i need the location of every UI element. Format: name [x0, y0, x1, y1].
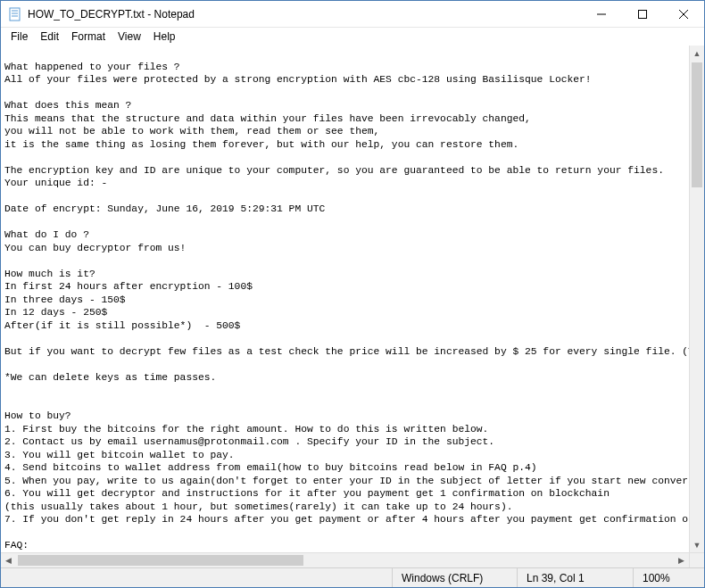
- minimize-button[interactable]: [581, 1, 622, 28]
- menu-file[interactable]: File: [4, 29, 34, 45]
- status-position: Ln 39, Col 1: [517, 568, 633, 587]
- scroll-left-button[interactable]: ◀: [1, 553, 16, 567]
- scrollbar-corner: [689, 553, 704, 567]
- minimize-icon: [597, 10, 606, 19]
- text-editor[interactable]: What happened to your files ? All of you…: [1, 46, 689, 552]
- horizontal-scroll-track[interactable]: [16, 553, 674, 567]
- status-encoding: Windows (CRLF): [392, 568, 517, 587]
- chevron-right-icon: ▶: [678, 556, 684, 565]
- statusbar: Windows (CRLF) Ln 39, Col 1 100%: [1, 567, 704, 587]
- scroll-right-button[interactable]: ▶: [674, 553, 689, 567]
- maximize-icon: [638, 10, 647, 19]
- svg-rect-5: [639, 11, 647, 19]
- window-title: HOW_TO_DECRYPT.txt - Notepad: [28, 8, 581, 21]
- notepad-icon: [8, 7, 22, 21]
- menu-edit[interactable]: Edit: [34, 29, 65, 45]
- status-zoom: 100%: [633, 568, 704, 587]
- menu-format[interactable]: Format: [65, 29, 112, 45]
- close-button[interactable]: [663, 1, 704, 28]
- chevron-down-icon: ▼: [693, 541, 701, 550]
- window-controls: [581, 1, 704, 27]
- content-area: What happened to your files ? All of you…: [1, 46, 704, 552]
- chevron-left-icon: ◀: [5, 556, 12, 565]
- horizontal-scroll-thumb[interactable]: [18, 555, 303, 566]
- vertical-scroll-thumb[interactable]: [692, 62, 702, 187]
- menu-view[interactable]: View: [112, 29, 147, 45]
- notepad-window: HOW_TO_DECRYPT.txt - Notepad File Edit F…: [0, 0, 705, 588]
- horizontal-scrollbar[interactable]: ◀ ▶: [1, 552, 704, 567]
- menubar: File Edit Format View Help: [1, 28, 704, 46]
- chevron-up-icon: ▲: [693, 49, 701, 58]
- vertical-scrollbar[interactable]: ▲ ▼: [689, 46, 704, 552]
- svg-rect-0: [10, 8, 20, 21]
- maximize-button[interactable]: [622, 1, 663, 28]
- close-icon: [679, 10, 688, 19]
- scroll-up-button[interactable]: ▲: [690, 46, 704, 61]
- menu-help[interactable]: Help: [147, 29, 182, 45]
- titlebar: HOW_TO_DECRYPT.txt - Notepad: [1, 1, 704, 28]
- scroll-down-button[interactable]: ▼: [690, 537, 704, 552]
